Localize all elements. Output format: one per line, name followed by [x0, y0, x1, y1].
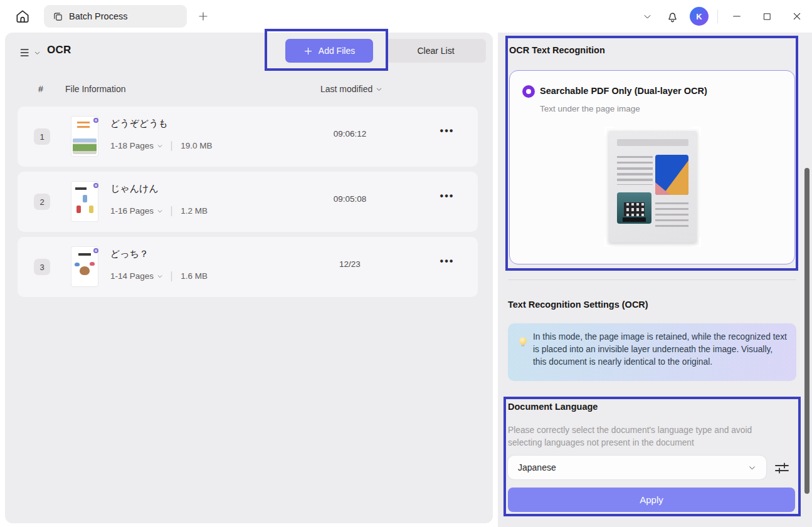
language-select[interactable]: Japanese — [508, 456, 766, 479]
last-modified-value: 12/23 — [312, 259, 388, 269]
preview-page — [609, 131, 697, 243]
pages-dropdown[interactable]: 1-14 Pages — [110, 271, 163, 281]
preview-image-building — [617, 192, 651, 224]
file-thumbnail — [71, 182, 98, 221]
pages-dropdown[interactable]: 1-16 Pages — [110, 206, 163, 216]
file-thumbnail — [71, 117, 98, 156]
meta-divider: │ — [169, 206, 174, 216]
meta-divider: │ — [169, 141, 174, 150]
pages-dropdown[interactable]: 1-18 Pages — [110, 141, 163, 150]
file-row[interactable]: 3 どっち？ 1-14 Pages │ 1.6 MB 12/23 ••• — [18, 237, 478, 297]
home-icon — [14, 8, 31, 24]
building-base — [623, 217, 646, 222]
meta-divider: │ — [169, 271, 174, 281]
last-modified-value: 09:05:08 — [312, 194, 388, 204]
sliders-icon — [774, 460, 790, 476]
add-files-label: Add Files — [319, 46, 355, 56]
preview-text-lines — [617, 156, 653, 185]
language-section-title: Document Language — [508, 402, 598, 412]
file-list-panel: OCR Add Files Clear List # File Informat… — [5, 33, 493, 523]
chevron-down-icon — [157, 208, 163, 214]
file-meta: 1-16 Pages │ 1.2 MB — [110, 206, 208, 216]
file-size: 1.6 MB — [181, 271, 208, 281]
row-more-menu[interactable]: ••• — [434, 190, 460, 202]
file-size: 1.2 MB — [181, 206, 208, 216]
pages-label: 1-14 Pages — [110, 271, 154, 281]
ocr-mode-tip: In this mode, the page image is retained… — [508, 323, 796, 381]
row-more-menu[interactable]: ••• — [434, 125, 460, 137]
preview-text-lines — [655, 202, 688, 227]
chevron-down-icon — [157, 273, 163, 279]
thumbnail-art — [71, 247, 98, 286]
pages-label: 1-16 Pages — [110, 206, 154, 216]
preview-image-geometric — [655, 155, 688, 195]
thumbnail-cloud-badge-icon — [93, 118, 98, 123]
row-index-badge: 2 — [34, 194, 50, 210]
row-index-badge: 1 — [34, 128, 50, 145]
file-thumbnail — [71, 247, 98, 286]
add-files-button[interactable]: Add Files — [285, 39, 373, 63]
plus-icon — [198, 11, 209, 22]
building-windows — [623, 201, 646, 217]
file-row[interactable]: 1 どうぞどうも 1-18 Pages │ 19.0 MB 09:06:12 •… — [18, 107, 478, 167]
tab-label: Batch Process — [69, 11, 128, 21]
last-modified-value: 09:06:12 — [312, 129, 388, 138]
home-button[interactable] — [11, 6, 34, 27]
thumbnail-art — [71, 117, 98, 156]
file-list: 1 どうぞどうも 1-18 Pages │ 19.0 MB 09:06:12 •… — [18, 107, 478, 302]
apply-button[interactable]: Apply — [508, 488, 795, 512]
new-tab-button[interactable] — [196, 9, 211, 24]
file-meta: 1-18 Pages │ 19.0 MB — [110, 141, 212, 150]
tip-text: In this mode, the page image is retained… — [533, 331, 788, 368]
language-value: Japanese — [518, 462, 556, 472]
settings-section-title: Text Recognition Settings (OCR) — [508, 300, 648, 310]
column-last-modified[interactable]: Last modified — [320, 84, 382, 94]
clear-list-button[interactable]: Clear List — [386, 39, 486, 63]
app-menu-button[interactable] — [635, 4, 660, 29]
hamburger-icon — [19, 46, 31, 59]
preview-title-line — [617, 139, 688, 146]
language-hint: Please correctly select the document's l… — [508, 424, 776, 449]
option-subtitle: Text under the page image — [540, 104, 640, 113]
titlebar: Batch Process K — [0, 0, 812, 33]
searchable-pdf-option[interactable]: Searchable PDF Only (Dual-layer OCR) Tex… — [509, 70, 795, 264]
table-header: # File Information Last modified — [5, 84, 493, 99]
sidebar-menu-button[interactable] — [16, 44, 43, 61]
file-title: どっち？ — [110, 248, 149, 260]
thumbnail-art — [71, 182, 98, 221]
minimize-button[interactable] — [722, 0, 752, 33]
titlebar-divider — [717, 9, 718, 23]
file-meta: 1-14 Pages │ 1.6 MB — [110, 271, 208, 281]
row-more-menu[interactable]: ••• — [434, 256, 460, 267]
language-advanced-settings-button[interactable] — [772, 459, 791, 477]
batch-process-icon — [53, 11, 63, 22]
ocr-settings-panel: OCR Text Recognition Searchable PDF Only… — [498, 33, 812, 527]
lightbulb-icon — [519, 337, 527, 345]
bell-icon — [666, 10, 679, 23]
page-title: OCR — [47, 44, 71, 56]
option-title: Searchable PDF Only (Dual-layer OCR) — [540, 86, 707, 96]
plus-icon — [303, 46, 313, 56]
chevron-down-icon — [34, 50, 41, 56]
column-file-information: File Information — [65, 84, 125, 94]
radio-selected-icon[interactable] — [522, 85, 535, 98]
tab-batch-process[interactable]: Batch Process — [44, 5, 187, 28]
chevron-down-icon — [748, 464, 756, 472]
scrollbar-thumb[interactable] — [804, 168, 809, 494]
chevron-down-icon — [643, 12, 652, 21]
thumbnail-cloud-badge-icon — [93, 183, 98, 188]
file-row[interactable]: 2 じゃんけん 1-16 Pages │ 1.2 MB 09:05:08 ••• — [18, 172, 478, 232]
column-index: # — [38, 84, 43, 94]
chevron-down-icon — [157, 143, 163, 149]
row-index-badge: 3 — [34, 259, 50, 275]
avatar[interactable]: K — [690, 7, 709, 26]
section-divider — [508, 279, 796, 280]
close-button[interactable] — [782, 0, 812, 33]
notifications-button[interactable] — [660, 4, 685, 29]
maximize-button[interactable] — [752, 0, 782, 33]
chevron-down-icon — [376, 86, 382, 93]
file-title: じゃんけん — [110, 183, 159, 195]
clear-list-label: Clear List — [417, 46, 454, 56]
pages-label: 1-18 Pages — [110, 141, 154, 150]
file-size: 19.0 MB — [181, 141, 212, 150]
